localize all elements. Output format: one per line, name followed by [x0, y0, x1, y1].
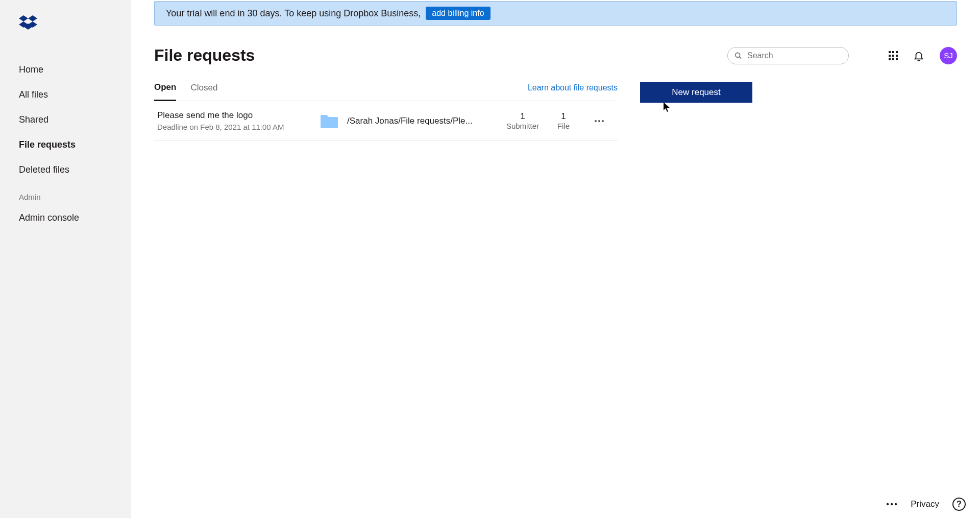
- svg-point-16: [595, 120, 597, 122]
- submitter-count: 1 Submitter: [502, 111, 543, 130]
- row-menu-icon[interactable]: [594, 120, 604, 123]
- svg-point-18: [602, 120, 604, 122]
- svg-point-5: [736, 53, 740, 57]
- sidebar-item-shared[interactable]: Shared: [0, 107, 131, 132]
- svg-point-21: [895, 503, 897, 505]
- request-deadline: Deadline on Feb 8, 2021 at 11:00 AM: [157, 123, 321, 131]
- svg-rect-14: [892, 58, 894, 60]
- trial-banner: Your trial will end in 30 days. To keep …: [154, 1, 957, 26]
- privacy-link[interactable]: Privacy: [911, 499, 939, 509]
- help-icon[interactable]: ?: [952, 498, 966, 511]
- file-count-label: File: [557, 122, 570, 130]
- apps-grid-icon[interactable]: [889, 51, 898, 60]
- file-count: 1 File: [543, 111, 584, 130]
- tab-closed[interactable]: Closed: [190, 83, 217, 100]
- request-row[interactable]: Please send me the logo Deadline on Feb …: [154, 101, 618, 141]
- search-icon: [734, 52, 742, 59]
- request-folder-path: /Sarah Jonas/File requests/Ple...: [347, 116, 473, 126]
- svg-rect-8: [892, 51, 894, 53]
- notifications-icon[interactable]: [913, 50, 924, 62]
- svg-line-6: [739, 56, 741, 58]
- request-title: Please send me the logo: [157, 110, 321, 121]
- search-input[interactable]: [727, 47, 849, 64]
- svg-point-20: [891, 503, 893, 505]
- tab-open[interactable]: Open: [154, 82, 176, 101]
- svg-marker-1: [28, 15, 37, 21]
- trial-banner-text: Your trial will end in 30 days. To keep …: [166, 8, 421, 19]
- submitter-count-num: 1: [520, 111, 525, 122]
- svg-rect-15: [896, 58, 898, 60]
- submitter-count-label: Submitter: [506, 122, 539, 130]
- sidebar-item-deleted-files[interactable]: Deleted files: [0, 157, 131, 182]
- svg-rect-13: [889, 58, 891, 60]
- tabs: Open Closed Learn about file requests: [154, 82, 618, 101]
- svg-rect-9: [896, 51, 898, 53]
- search-wrap: [727, 47, 849, 64]
- sidebar-item-admin-console[interactable]: Admin console: [0, 205, 131, 230]
- folder-icon: [321, 114, 338, 128]
- sidebar-item-all-files[interactable]: All files: [0, 82, 131, 107]
- svg-marker-0: [19, 15, 28, 21]
- svg-point-17: [598, 120, 600, 122]
- footer-menu-icon[interactable]: [886, 503, 897, 506]
- svg-rect-11: [892, 55, 894, 57]
- add-billing-button[interactable]: add billing info: [426, 7, 490, 20]
- file-count-num: 1: [561, 111, 566, 122]
- sidebar-item-home[interactable]: Home: [0, 57, 131, 82]
- main: Your trial will end in 30 days. To keep …: [131, 0, 980, 518]
- footer: Privacy ?: [886, 498, 966, 511]
- learn-link[interactable]: Learn about file requests: [528, 83, 618, 100]
- svg-point-19: [887, 503, 889, 505]
- new-request-button[interactable]: New request: [640, 82, 752, 103]
- page-title: File requests: [154, 46, 727, 65]
- sidebar-section-admin: Admin: [0, 182, 131, 205]
- svg-rect-12: [896, 55, 898, 57]
- svg-rect-10: [889, 55, 891, 57]
- avatar[interactable]: SJ: [940, 47, 957, 64]
- svg-rect-7: [889, 51, 891, 53]
- sidebar: Home All files Shared File requests Dele…: [0, 0, 131, 518]
- dropbox-logo[interactable]: [0, 15, 131, 33]
- sidebar-item-file-requests[interactable]: File requests: [0, 132, 131, 157]
